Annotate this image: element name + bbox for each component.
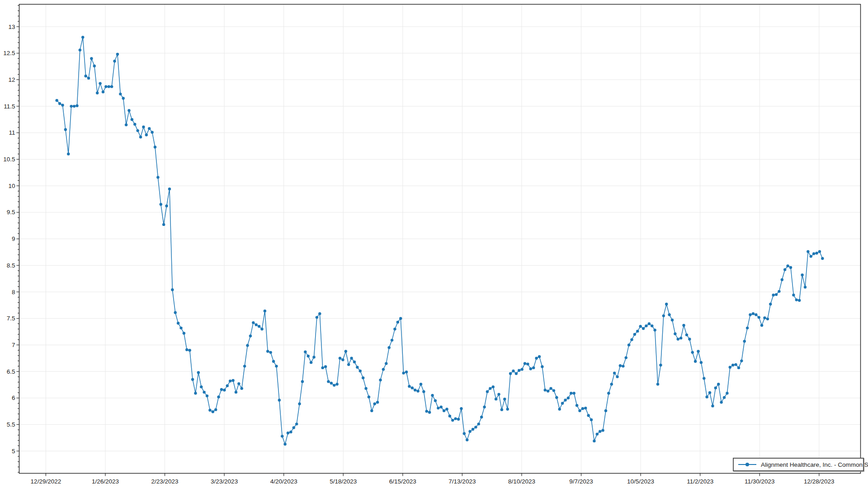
data-point-marker [549,387,552,389]
x-axis-tick-label: 12/28/2023 [804,478,835,485]
data-point-marker [463,432,466,435]
data-point-marker [246,344,249,347]
y-axis-tick-label: 7 [12,342,15,348]
data-point-marker [93,65,96,67]
data-point-marker [226,385,229,387]
data-point-marker [136,129,139,132]
data-point-marker [515,372,518,375]
data-point-marker [243,365,246,367]
y-axis-tick-label: 10 [8,183,15,189]
data-point-marker [451,419,454,422]
data-point-marker [547,389,549,392]
y-axis-tick-label: 11.5 [4,103,15,110]
data-point-marker [87,77,90,80]
data-point-marker [387,346,390,349]
data-point-marker [457,418,460,421]
data-point-marker [497,393,500,395]
data-point-marker [529,367,532,370]
data-point-marker [396,321,399,324]
data-point-marker [416,389,419,392]
y-axis-tick-label: 8.5 [7,262,15,269]
data-point-marker [648,322,651,325]
data-point-marker [341,358,344,361]
data-point-marker [437,407,439,409]
data-point-marker [156,176,159,178]
data-point-marker [619,364,622,367]
data-point-marker [373,403,376,405]
data-point-marker [492,385,495,388]
series-line [57,37,823,444]
data-point-marker [362,376,364,379]
data-point-marker [275,365,278,367]
data-point-marker [125,123,127,126]
data-point-marker [520,368,523,371]
data-point-marker [379,379,382,381]
data-point-marker [544,389,547,391]
data-point-marker [220,388,223,391]
data-point-marker [694,360,697,363]
data-point-marker [613,371,616,374]
data-point-marker [584,407,587,409]
data-point-marker [335,383,338,385]
data-point-marker [344,350,347,352]
data-point-marker [804,286,807,288]
x-axis-tick-label: 7/13/2023 [448,478,476,485]
data-point-marker [668,313,670,316]
data-point-marker [102,90,104,93]
data-point-marker [283,443,286,446]
data-point-marker [477,422,480,425]
data-point-marker [440,406,443,408]
data-point-marker [321,366,324,369]
data-point-marker [807,250,809,253]
data-point-marker [370,409,373,412]
data-point-marker [385,362,387,365]
data-point-marker [743,340,746,343]
data-point-marker [376,401,379,404]
data-point-marker [593,440,595,442]
data-point-marker [642,327,645,330]
data-point-marker [108,85,110,88]
data-point-marker [567,397,570,399]
y-axis-tick-label: 9 [12,235,15,242]
data-point-marker [203,391,205,394]
data-point-marker [393,328,396,330]
data-point-marker [616,375,618,378]
data-point-marker [287,432,289,434]
data-point-marker [674,333,676,335]
data-point-marker [269,351,272,354]
data-point-marker [532,366,535,369]
data-point-marker [145,133,148,136]
data-point-marker [104,85,107,88]
data-point-marker [798,299,801,302]
y-axis-tick-label: 10.5 [3,156,15,163]
data-point-marker [518,369,520,372]
data-point-marker [538,355,541,358]
data-point-marker [301,380,304,383]
data-point-marker [165,205,168,207]
data-point-marker [653,328,656,331]
data-point-marker [399,317,402,320]
data-point-marker [264,310,266,312]
data-point-marker [420,383,422,385]
data-point-marker [177,322,179,324]
data-point-marker [312,356,315,358]
data-point-marker [56,99,58,102]
data-point-marker [223,389,226,391]
data-point-marker [160,203,162,206]
data-point-marker [786,264,789,267]
data-point-marker [237,382,240,385]
data-point-marker [422,390,425,393]
data-point-marker [194,392,197,394]
data-point-marker [506,408,509,410]
data-point-marker [272,360,275,363]
data-point-marker [555,396,558,399]
data-point-marker [260,328,263,330]
data-point-marker [214,408,217,411]
data-point-marker [795,298,798,301]
data-point-marker [252,321,255,324]
data-point-marker [188,349,191,352]
y-axis-tick-label: 8 [12,289,15,296]
stock-price-chart: 55.566.577.588.599.51010.51111.51212.513… [0,0,868,488]
data-point-marker [755,313,757,316]
data-point-marker [200,385,203,388]
